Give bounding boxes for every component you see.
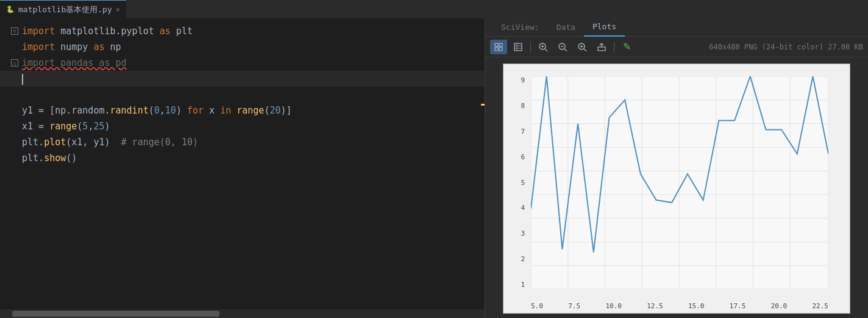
- chart-svg: [531, 76, 828, 289]
- code-token: y1 = [: [22, 105, 55, 116]
- horizontal-scrollbar[interactable]: [0, 309, 485, 318]
- main-area: ▽import matplotlib.pyplot as pltimport n…: [0, 18, 868, 318]
- code-token: np: [104, 42, 121, 52]
- y-label: 1: [521, 281, 525, 289]
- code-token: plt: [22, 137, 38, 148]
- x-label: 10.0: [605, 302, 622, 310]
- y-label: 2: [521, 255, 525, 263]
- code-token: for: [187, 105, 204, 116]
- code-token: plt: [22, 153, 38, 164]
- tab-data[interactable]: Data: [548, 18, 584, 37]
- code-token: .: [104, 105, 110, 116]
- x-label: 17.5: [730, 302, 746, 310]
- chart-box: 987654321: [503, 63, 850, 314]
- fold-icon-2[interactable]: △: [11, 59, 18, 67]
- tab-close-icon[interactable]: ×: [116, 5, 120, 14]
- code-token: random: [71, 105, 104, 116]
- code-token: as: [93, 42, 104, 52]
- code-area[interactable]: ▽import matplotlib.pyplot as pltimport n…: [0, 18, 485, 309]
- code-token: 10: [165, 105, 176, 116]
- x-label: 5.0: [531, 302, 543, 310]
- svg-line-18: [584, 49, 586, 51]
- code-token: [231, 105, 237, 116]
- table-view-button[interactable]: [510, 40, 527, 54]
- code-token: ,: [160, 105, 165, 116]
- x-label: 20.0: [771, 302, 788, 310]
- file-info: 640x480 PNG (24-bit color) 27.08 KB: [709, 43, 863, 51]
- code-token: range: [237, 105, 264, 116]
- code-content-5: y1 = [np.random.randint(0,10) for x in r…: [22, 103, 480, 118]
- code-content-0: import matplotlib.pyplot as plt: [22, 23, 480, 39]
- code-token: (: [149, 105, 154, 116]
- code-token: x: [204, 105, 220, 116]
- code-line-6: x1 = range(5,25): [0, 118, 485, 134]
- tab-plots[interactable]: Plots: [584, 18, 625, 37]
- zoom-out-button[interactable]: [554, 40, 571, 54]
- code-line-5: y1 = [np.random.randint(0,10) for x in r…: [0, 103, 485, 118]
- toolbar-separator-2: [614, 42, 614, 52]
- y-label: 3: [521, 229, 525, 237]
- zoom-fit-button[interactable]: +: [574, 40, 591, 54]
- x-label: 15.0: [688, 302, 705, 310]
- edit-button[interactable]: ✎: [618, 40, 635, 54]
- python-file-icon: 🐍: [6, 5, 15, 13]
- code-token: randint: [110, 105, 149, 116]
- code-token: import: [22, 26, 55, 37]
- scrollbar-thumb[interactable]: [12, 311, 219, 317]
- chart-container: 987654321: [485, 57, 868, 318]
- chart-inner: [531, 76, 828, 289]
- gutter-0: ▽: [5, 27, 22, 35]
- code-token: in: [220, 105, 231, 116]
- y-label: 8: [521, 102, 525, 110]
- code-token: x1 =: [22, 121, 49, 132]
- code-line-8: plt.show(): [0, 150, 485, 166]
- code-token: ): [104, 121, 110, 132]
- code-token: (x1, y1): [66, 137, 121, 148]
- code-token: (: [77, 121, 82, 132]
- y-label: 5: [521, 179, 525, 187]
- code-line-7: plt.plot(x1, y1) # range(0, 10): [0, 134, 485, 150]
- grid-view-button[interactable]: [490, 40, 507, 54]
- code-token: .: [66, 105, 71, 116]
- code-token: 20: [269, 105, 280, 116]
- code-token: plot: [44, 137, 66, 148]
- code-line-0: ▽import matplotlib.pyplot as plt: [0, 23, 485, 39]
- svg-rect-1: [499, 43, 502, 46]
- code-token: 25: [93, 121, 104, 132]
- code-content-7: plt.plot(x1, y1) # range(0, 10): [22, 134, 480, 150]
- x-label: 22.5: [812, 302, 828, 310]
- y-label: 9: [521, 76, 525, 84]
- svg-rect-0: [495, 43, 498, 46]
- y-axis-labels: 987654321: [503, 76, 528, 289]
- editor-tab[interactable]: 🐍 matplotlib基本使用.py ×: [0, 0, 126, 18]
- code-token: plt: [171, 26, 193, 37]
- gutter-2: △: [5, 59, 22, 67]
- code-token: )]: [280, 105, 291, 116]
- code-content-8: plt.show(): [22, 150, 480, 166]
- code-token: matplotlib.pyplot: [55, 26, 160, 37]
- editor-panel: ▽import matplotlib.pyplot as pltimport n…: [0, 18, 485, 318]
- code-token: (): [66, 153, 77, 164]
- code-content-1: import numpy as np: [22, 39, 480, 55]
- svg-text:+: +: [583, 44, 586, 48]
- code-token: import pandas as pd: [22, 57, 127, 68]
- zoom-in-button[interactable]: [535, 40, 552, 54]
- scroll-mark: [481, 104, 485, 106]
- code-content-2: import pandas as pd: [22, 55, 480, 71]
- tab-bar: 🐍 matplotlib基本使用.py ×: [0, 0, 868, 18]
- text-cursor: [22, 74, 23, 85]
- code-token: 0: [154, 105, 160, 116]
- code-token: numpy: [55, 42, 93, 52]
- svg-rect-3: [499, 48, 502, 51]
- sciview-toolbar: + ✎ 640x480 PNG (24-bit color) 27.08 KB: [485, 37, 868, 57]
- code-token: # range(0, 10): [121, 137, 198, 148]
- svg-line-14: [564, 49, 567, 51]
- fold-icon-0[interactable]: ▽: [11, 27, 18, 35]
- y-label: 7: [521, 128, 525, 136]
- x-axis-labels: 5.07.510.012.515.017.520.022.5: [531, 302, 828, 310]
- code-line-1: import numpy as np: [0, 39, 485, 55]
- x-label: 7.5: [568, 302, 580, 310]
- export-button[interactable]: [593, 40, 610, 54]
- svg-rect-4: [514, 43, 522, 51]
- tab-label: matplotlib基本使用.py: [18, 4, 112, 15]
